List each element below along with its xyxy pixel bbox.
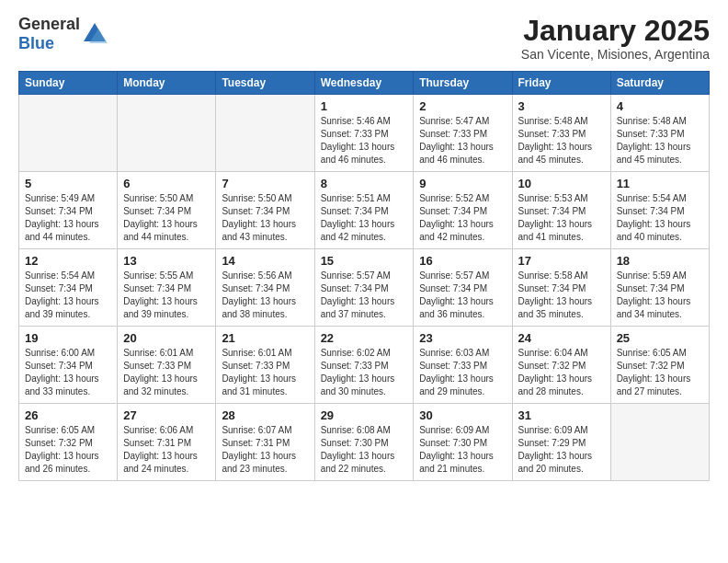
header: General Blue January 2025 San Vicente, M… (18, 15, 710, 62)
day-info: Sunrise: 5:54 AM Sunset: 7:34 PM Dayligh… (617, 192, 703, 244)
table-row: 3Sunrise: 5:48 AM Sunset: 7:33 PM Daylig… (512, 95, 610, 172)
day-number: 17 (518, 254, 605, 268)
day-info: Sunrise: 5:55 AM Sunset: 7:34 PM Dayligh… (123, 270, 210, 321)
day-number: 29 (321, 408, 408, 422)
day-number: 21 (222, 331, 308, 345)
table-row: 5Sunrise: 5:49 AM Sunset: 7:34 PM Daylig… (19, 172, 118, 249)
day-number: 24 (518, 331, 605, 345)
table-row: 27Sunrise: 6:06 AM Sunset: 7:31 PM Dayli… (118, 404, 216, 481)
day-info: Sunrise: 5:58 AM Sunset: 7:34 PM Dayligh… (518, 270, 605, 321)
day-number: 31 (518, 408, 605, 422)
table-row: 1Sunrise: 5:46 AM Sunset: 7:33 PM Daylig… (314, 95, 414, 172)
day-number: 3 (518, 99, 605, 113)
logo-general: General (18, 15, 80, 33)
day-info: Sunrise: 5:46 AM Sunset: 7:33 PM Dayligh… (321, 115, 408, 167)
logo-blue: Blue (18, 34, 54, 52)
day-number: 26 (25, 408, 111, 422)
day-info: Sunrise: 6:01 AM Sunset: 7:33 PM Dayligh… (123, 347, 210, 398)
table-row: 16Sunrise: 5:57 AM Sunset: 7:34 PM Dayli… (414, 249, 512, 327)
day-info: Sunrise: 5:47 AM Sunset: 7:33 PM Dayligh… (419, 115, 506, 167)
day-info: Sunrise: 6:04 AM Sunset: 7:32 PM Dayligh… (518, 347, 605, 398)
col-sunday: Sunday (19, 72, 118, 95)
day-info: Sunrise: 5:49 AM Sunset: 7:34 PM Dayligh… (25, 192, 111, 244)
table-row: 30Sunrise: 6:09 AM Sunset: 7:30 PM Dayli… (414, 404, 512, 481)
col-tuesday: Tuesday (216, 72, 314, 95)
day-info: Sunrise: 5:52 AM Sunset: 7:34 PM Dayligh… (419, 192, 506, 244)
col-thursday: Thursday (414, 72, 512, 95)
table-row (610, 404, 709, 481)
table-row: 7Sunrise: 5:50 AM Sunset: 7:34 PM Daylig… (216, 172, 314, 249)
table-row: 28Sunrise: 6:07 AM Sunset: 7:31 PM Dayli… (216, 404, 314, 481)
calendar-table: Sunday Monday Tuesday Wednesday Thursday… (18, 71, 710, 481)
day-info: Sunrise: 5:57 AM Sunset: 7:34 PM Dayligh… (419, 270, 506, 321)
col-friday: Friday (512, 72, 610, 95)
day-info: Sunrise: 5:59 AM Sunset: 7:34 PM Dayligh… (617, 270, 703, 321)
col-monday: Monday (118, 72, 216, 95)
day-info: Sunrise: 6:09 AM Sunset: 7:29 PM Dayligh… (518, 424, 605, 476)
table-row (19, 95, 118, 172)
day-number: 28 (222, 408, 308, 422)
day-number: 23 (419, 331, 506, 345)
table-row: 21Sunrise: 6:01 AM Sunset: 7:33 PM Dayli… (216, 327, 314, 404)
day-number: 20 (123, 331, 210, 345)
col-saturday: Saturday (610, 72, 709, 95)
day-number: 11 (617, 177, 703, 190)
day-info: Sunrise: 5:56 AM Sunset: 7:34 PM Dayligh… (222, 270, 308, 321)
day-number: 30 (419, 408, 506, 422)
day-info: Sunrise: 6:02 AM Sunset: 7:33 PM Dayligh… (321, 347, 408, 398)
table-row: 17Sunrise: 5:58 AM Sunset: 7:34 PM Dayli… (512, 249, 610, 327)
table-row: 20Sunrise: 6:01 AM Sunset: 7:33 PM Dayli… (118, 327, 216, 404)
calendar-header-row: Sunday Monday Tuesday Wednesday Thursday… (19, 72, 710, 95)
day-info: Sunrise: 6:07 AM Sunset: 7:31 PM Dayligh… (222, 424, 308, 476)
table-row: 31Sunrise: 6:09 AM Sunset: 7:29 PM Dayli… (512, 404, 610, 481)
day-number: 10 (518, 177, 605, 190)
logo: General Blue (18, 15, 108, 53)
day-info: Sunrise: 6:05 AM Sunset: 7:32 PM Dayligh… (617, 347, 703, 398)
day-info: Sunrise: 6:06 AM Sunset: 7:31 PM Dayligh… (123, 424, 210, 476)
day-info: Sunrise: 5:48 AM Sunset: 7:33 PM Dayligh… (617, 115, 703, 167)
day-number: 22 (321, 331, 408, 345)
table-row: 25Sunrise: 6:05 AM Sunset: 7:32 PM Dayli… (610, 327, 709, 404)
day-number: 4 (617, 99, 703, 113)
table-row: 12Sunrise: 5:54 AM Sunset: 7:34 PM Dayli… (19, 249, 118, 327)
table-row (118, 95, 216, 172)
table-row: 11Sunrise: 5:54 AM Sunset: 7:34 PM Dayli… (610, 172, 709, 249)
day-info: Sunrise: 5:50 AM Sunset: 7:34 PM Dayligh… (222, 192, 308, 244)
day-info: Sunrise: 6:01 AM Sunset: 7:33 PM Dayligh… (222, 347, 308, 398)
table-row: 13Sunrise: 5:55 AM Sunset: 7:34 PM Dayli… (118, 249, 216, 327)
day-info: Sunrise: 5:48 AM Sunset: 7:33 PM Dayligh… (518, 115, 605, 167)
day-info: Sunrise: 6:08 AM Sunset: 7:30 PM Dayligh… (321, 424, 408, 476)
table-row: 24Sunrise: 6:04 AM Sunset: 7:32 PM Dayli… (512, 327, 610, 404)
table-row: 6Sunrise: 5:50 AM Sunset: 7:34 PM Daylig… (118, 172, 216, 249)
table-row: 26Sunrise: 6:05 AM Sunset: 7:32 PM Dayli… (19, 404, 118, 481)
logo-text: General Blue (18, 15, 80, 53)
day-number: 18 (617, 254, 703, 268)
day-info: Sunrise: 6:09 AM Sunset: 7:30 PM Dayligh… (419, 424, 506, 476)
day-info: Sunrise: 6:05 AM Sunset: 7:32 PM Dayligh… (25, 424, 111, 476)
table-row: 22Sunrise: 6:02 AM Sunset: 7:33 PM Dayli… (314, 327, 414, 404)
table-row (216, 95, 314, 172)
day-number: 7 (222, 177, 308, 190)
day-info: Sunrise: 6:00 AM Sunset: 7:34 PM Dayligh… (25, 347, 111, 398)
table-row: 15Sunrise: 5:57 AM Sunset: 7:34 PM Dayli… (314, 249, 414, 327)
day-number: 16 (419, 254, 506, 268)
day-info: Sunrise: 5:51 AM Sunset: 7:34 PM Dayligh… (321, 192, 408, 244)
logo-icon (82, 21, 108, 47)
week-row-4: 19Sunrise: 6:00 AM Sunset: 7:34 PM Dayli… (19, 327, 710, 404)
day-number: 12 (25, 254, 111, 268)
day-info: Sunrise: 5:50 AM Sunset: 7:34 PM Dayligh… (123, 192, 210, 244)
day-number: 1 (321, 99, 408, 113)
day-number: 19 (25, 331, 111, 345)
table-row: 10Sunrise: 5:53 AM Sunset: 7:34 PM Dayli… (512, 172, 610, 249)
week-row-3: 12Sunrise: 5:54 AM Sunset: 7:34 PM Dayli… (19, 249, 710, 327)
table-row: 4Sunrise: 5:48 AM Sunset: 7:33 PM Daylig… (610, 95, 709, 172)
day-number: 5 (25, 177, 111, 190)
table-row: 19Sunrise: 6:00 AM Sunset: 7:34 PM Dayli… (19, 327, 118, 404)
week-row-5: 26Sunrise: 6:05 AM Sunset: 7:32 PM Dayli… (19, 404, 710, 481)
week-row-2: 5Sunrise: 5:49 AM Sunset: 7:34 PM Daylig… (19, 172, 710, 249)
location-title: San Vicente, Misiones, Argentina (521, 47, 710, 62)
day-number: 9 (419, 177, 506, 190)
day-number: 15 (321, 254, 408, 268)
month-title: January 2025 (521, 15, 710, 47)
table-row: 14Sunrise: 5:56 AM Sunset: 7:34 PM Dayli… (216, 249, 314, 327)
